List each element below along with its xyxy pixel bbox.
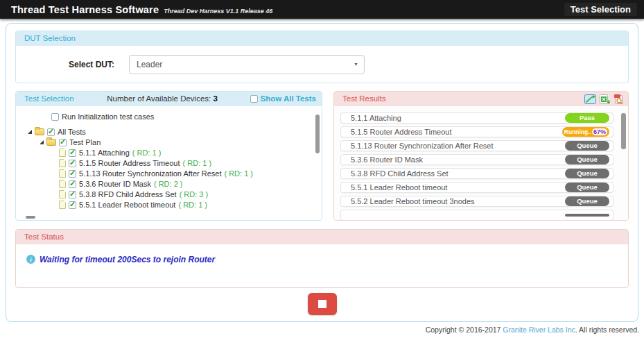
status-message: Waiting for timeout 200Secs to rejoin Ro… bbox=[40, 255, 215, 264]
app-version: Thread Dev Harness V1.1 Release 46 bbox=[164, 8, 272, 15]
all-tests-checkbox[interactable] bbox=[47, 128, 55, 136]
test-case-checkbox[interactable] bbox=[69, 149, 76, 157]
chevron-down-icon: ▼ bbox=[354, 62, 358, 67]
folder-icon bbox=[35, 128, 44, 135]
test-case-checkbox[interactable] bbox=[69, 160, 76, 167]
document-icon bbox=[59, 180, 66, 188]
graph-icon[interactable] bbox=[584, 94, 596, 104]
test-selection-header: Test Selection Number of Available Devic… bbox=[16, 92, 322, 106]
dut-selection-panel-title: DUT Selection bbox=[16, 31, 628, 46]
dut-selection-panel: DUT Selection Select DUT: Leader ▼ bbox=[15, 31, 629, 83]
export-toolbar bbox=[584, 94, 624, 104]
tree-leaf[interactable]: 5.3.6 Router ID Mask ( RD: 2 ) bbox=[16, 179, 322, 189]
folder-icon bbox=[46, 139, 56, 146]
table-row[interactable]: 5.1.1 Attaching Pass bbox=[340, 112, 613, 124]
table-row[interactable]: 5.3.6 Router ID Mask Queue bbox=[340, 154, 613, 165]
collapse-arrow-icon[interactable] bbox=[28, 130, 32, 134]
test-selection-panel-title: Test Selection bbox=[24, 92, 74, 106]
table-row-partial[interactable] bbox=[340, 210, 613, 220]
stop-button-row bbox=[15, 293, 629, 315]
show-all-tests-checkbox[interactable] bbox=[250, 95, 258, 103]
result-test-name: 5.5.1 Leader Reboot timeout bbox=[351, 183, 447, 192]
info-icon: i bbox=[26, 255, 35, 264]
test-status-panel: Test Status i Waiting for timeout 200Sec… bbox=[15, 229, 629, 288]
status-badge: Queue bbox=[565, 169, 609, 178]
tree-node-all-tests[interactable]: All Tests bbox=[16, 127, 322, 137]
test-case-label: 5.5.1 Leader Reboot timeout bbox=[79, 201, 175, 209]
status-badge bbox=[565, 214, 609, 217]
main-container: DUT Selection Select DUT: Leader ▼ Test … bbox=[6, 23, 638, 322]
available-devices-count: 3 bbox=[213, 94, 217, 103]
test-results-panel: Test Results 5.1.1 Attaching Pass bbox=[333, 91, 629, 221]
result-test-name: 5.1.1 Attaching bbox=[351, 114, 401, 122]
result-test-name: 5.5.2 Leader Reboot timeout 3nodes bbox=[351, 197, 475, 205]
tree-leaf[interactable]: 5.3.8 RFD Child Address Set ( RD: 3 ) bbox=[16, 189, 322, 199]
app-branding: Thread Test Harness Software Thread Dev … bbox=[11, 4, 272, 15]
progress-percent: 67% bbox=[592, 128, 607, 135]
result-test-name: 5.3.6 Router ID Mask bbox=[351, 155, 423, 164]
running-label: Running.. bbox=[564, 128, 591, 135]
status-badge: Queue bbox=[565, 183, 609, 192]
status-badge: Queue bbox=[565, 155, 609, 164]
test-case-rd: ( RD: 1 ) bbox=[178, 201, 207, 209]
all-tests-label: All Tests bbox=[58, 128, 86, 136]
copyright-suffix: . All rights reserved. bbox=[575, 326, 639, 334]
test-case-rd: ( RD: 1 ) bbox=[132, 149, 162, 157]
dut-select-dropdown[interactable]: Leader ▼ bbox=[129, 55, 365, 74]
test-plan-checkbox[interactable] bbox=[59, 139, 67, 146]
tree-leaf[interactable]: 5.5.1 Leader Reboot timeout ( RD: 1 ) bbox=[16, 200, 322, 210]
run-init-toggle[interactable]: Run Initialization test cases bbox=[51, 112, 322, 121]
test-case-label: 5.1.1 Attaching bbox=[79, 149, 130, 157]
test-case-checkbox[interactable] bbox=[69, 191, 76, 198]
stop-button[interactable] bbox=[308, 293, 337, 315]
tree-node-test-plan[interactable]: Test Plan bbox=[16, 137, 322, 147]
excel-export-icon[interactable] bbox=[600, 94, 610, 104]
table-row[interactable]: 5.5.1 Leader Reboot timeout Queue bbox=[340, 182, 613, 193]
select-dut-label: Select DUT: bbox=[16, 60, 114, 69]
tree-vertical-scrollbar[interactable] bbox=[315, 115, 320, 153]
dut-selected-value: Leader bbox=[137, 60, 162, 69]
table-row[interactable]: 5.3.8 RFD Child Address Set Queue bbox=[340, 168, 613, 179]
run-init-checkbox[interactable] bbox=[51, 113, 59, 121]
table-row[interactable]: 5.5.2 Leader Reboot timeout 3nodes Queue bbox=[340, 196, 613, 207]
test-results-panel-title: Test Results bbox=[342, 92, 386, 106]
result-test-name: 5.1.5 Router Address Timeout bbox=[351, 128, 452, 136]
table-row[interactable]: 5.1.13 Router Synchronization After Rese… bbox=[340, 140, 613, 151]
test-case-rd: ( RD: 3 ) bbox=[180, 190, 209, 198]
tree-leaf[interactable]: 5.1.13 Router Synchronization After Rese… bbox=[16, 169, 322, 178]
show-all-tests-label: Show All Tests bbox=[260, 92, 316, 106]
table-row[interactable]: 5.1.5 Router Address Timeout Running..67… bbox=[340, 126, 613, 137]
stop-icon bbox=[318, 300, 327, 308]
tree-leaf[interactable]: 5.1.5 Router Address Timeout ( RD: 1 ) bbox=[16, 158, 322, 168]
test-status-body: i Waiting for timeout 200Secs to rejoin … bbox=[16, 244, 628, 287]
test-results-list: 5.1.1 Attaching Pass 5.1.5 Router Addres… bbox=[334, 106, 628, 220]
test-case-label: 5.1.5 Router Address Timeout bbox=[79, 159, 180, 167]
test-case-checkbox[interactable] bbox=[69, 170, 76, 178]
available-devices: Number of Available Devices: 3 bbox=[107, 92, 218, 106]
collapse-arrow-icon[interactable] bbox=[40, 140, 44, 144]
tab-test-selection[interactable]: Test Selection bbox=[564, 3, 637, 16]
test-case-rd: ( RD: 1 ) bbox=[224, 169, 253, 178]
results-vertical-scrollbar[interactable] bbox=[621, 113, 626, 149]
document-icon bbox=[59, 149, 66, 157]
tree-leaf[interactable]: 5.1.1 Attaching ( RD: 1 ) bbox=[16, 148, 322, 158]
company-link[interactable]: Granite River Labs Inc bbox=[503, 326, 575, 334]
app-title: Thread Test Harness Software bbox=[11, 4, 159, 15]
result-test-name: 5.1.13 Router Synchronization After Rese… bbox=[351, 142, 493, 150]
pdf-export-icon[interactable] bbox=[613, 94, 624, 104]
middle-row: Test Selection Number of Available Devic… bbox=[15, 91, 629, 221]
show-all-tests-toggle[interactable]: Show All Tests bbox=[250, 92, 316, 106]
test-selection-panel: Test Selection Number of Available Devic… bbox=[15, 91, 322, 221]
test-case-rd: ( RD: 1 ) bbox=[183, 159, 212, 167]
status-badge: Queue bbox=[565, 141, 609, 151]
test-case-label: 5.1.13 Router Synchronization After Rese… bbox=[79, 169, 221, 178]
test-case-rd: ( RD: 2 ) bbox=[154, 180, 183, 188]
dut-selection-body: Select DUT: Leader ▼ bbox=[16, 46, 628, 83]
available-devices-label: Number of Available Devices: bbox=[107, 94, 211, 103]
test-case-checkbox[interactable] bbox=[69, 201, 76, 209]
result-test-name: 5.3.8 RFD Child Address Set bbox=[351, 169, 449, 178]
test-case-checkbox[interactable] bbox=[69, 180, 76, 188]
tree-horizontal-scrollbar[interactable] bbox=[26, 216, 35, 219]
status-badge: Queue bbox=[565, 196, 609, 206]
test-case-label: 5.3.6 Router ID Mask bbox=[79, 180, 151, 188]
